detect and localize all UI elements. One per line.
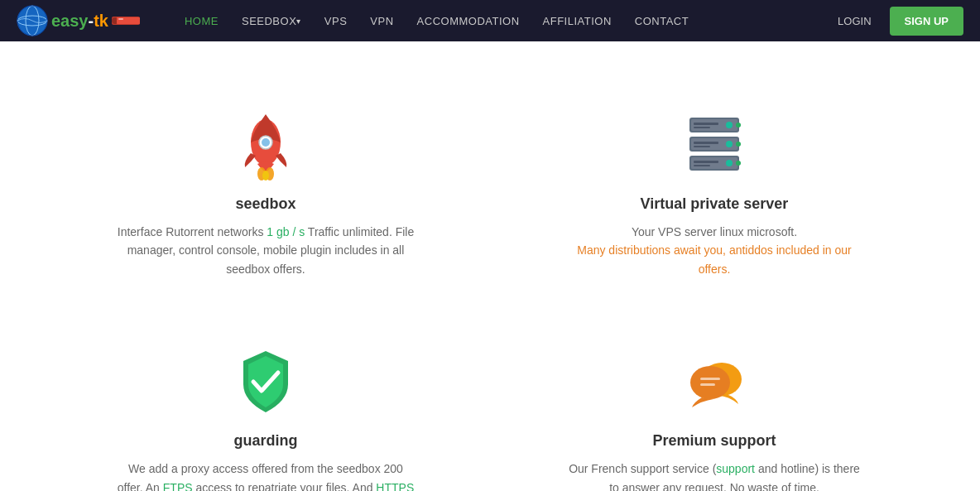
nav-affiliation[interactable]: AFFILIATION <box>531 0 623 41</box>
seedbox-link[interactable]: 1 gb / s <box>267 225 305 238</box>
nav-home[interactable]: HOME <box>173 0 230 41</box>
ftps-link[interactable]: FTPS <box>163 481 193 491</box>
svg-rect-18 <box>694 123 718 125</box>
support-desc: Our French support service (support and … <box>565 460 863 491</box>
svg-point-28 <box>726 160 733 166</box>
seedbox-title: seedbox <box>235 195 295 213</box>
nav-vps[interactable]: VPS <box>313 0 359 41</box>
svg-rect-35 <box>700 383 715 386</box>
navbar: easy-tk HOME SEEDBOX VPS VPN ACCOMMODATI… <box>0 0 980 41</box>
svg-point-33 <box>690 366 730 399</box>
nav-links: HOME SEEDBOX VPS VPN ACCOMMODATION AFFIL… <box>173 0 963 41</box>
svg-point-23 <box>736 142 741 147</box>
svg-rect-19 <box>694 127 710 128</box>
seedbox-icon <box>228 108 303 182</box>
vps-icon <box>677 108 752 182</box>
svg-rect-7 <box>118 18 123 20</box>
feature-seedbox: seedbox Interface Rutorrent networks 1 g… <box>66 91 465 295</box>
svg-point-22 <box>726 141 733 147</box>
feature-guarding: guarding We add a proxy access offered f… <box>66 328 465 491</box>
main-content: seedbox Interface Rutorrent networks 1 g… <box>0 41 980 491</box>
logo-globe-icon <box>17 5 48 36</box>
svg-rect-30 <box>694 161 718 163</box>
support-icon <box>677 344 752 419</box>
svg-rect-31 <box>694 165 710 166</box>
features-grid: seedbox Interface Rutorrent networks 1 g… <box>17 75 963 491</box>
login-button[interactable]: LOGIN <box>826 0 882 41</box>
feature-vps: Virtual private server Your VPS server l… <box>515 91 914 295</box>
vps-title: Virtual private server <box>641 195 789 213</box>
https-link[interactable]: HTTPS <box>376 481 414 491</box>
nav-contact[interactable]: CONTACT <box>623 0 700 41</box>
signup-button[interactable]: SIGN UP <box>890 7 963 36</box>
support-link[interactable]: support <box>716 462 755 475</box>
logo-text: easy-tk <box>51 12 108 31</box>
vps-desc-orange: Many distributions await you, antiddos i… <box>577 243 852 275</box>
svg-point-13 <box>262 171 269 181</box>
nav-seedbox[interactable]: SEEDBOX <box>230 0 313 41</box>
svg-rect-24 <box>694 142 718 144</box>
svg-rect-34 <box>700 378 720 380</box>
svg-point-10 <box>262 138 270 147</box>
logo[interactable]: easy-tk <box>17 5 140 36</box>
vps-desc: Your VPS server linux microsoft. Many di… <box>565 223 863 278</box>
feature-support: Premium support Our French support servi… <box>515 328 914 491</box>
logo-decoration-icon <box>112 15 140 26</box>
svg-point-29 <box>736 161 741 166</box>
guarding-icon <box>228 344 303 419</box>
svg-point-16 <box>726 122 733 128</box>
nav-accommodation[interactable]: ACCOMMODATION <box>406 0 531 41</box>
guarding-desc: We add a proxy access offered from the s… <box>117 460 415 491</box>
svg-point-17 <box>736 123 741 128</box>
nav-vpn[interactable]: VPN <box>358 0 405 41</box>
seedbox-desc: Interface Rutorrent networks 1 gb / s Tr… <box>117 223 415 278</box>
guarding-title: guarding <box>234 432 298 450</box>
support-title: Premium support <box>652 432 776 450</box>
svg-rect-25 <box>694 146 710 147</box>
